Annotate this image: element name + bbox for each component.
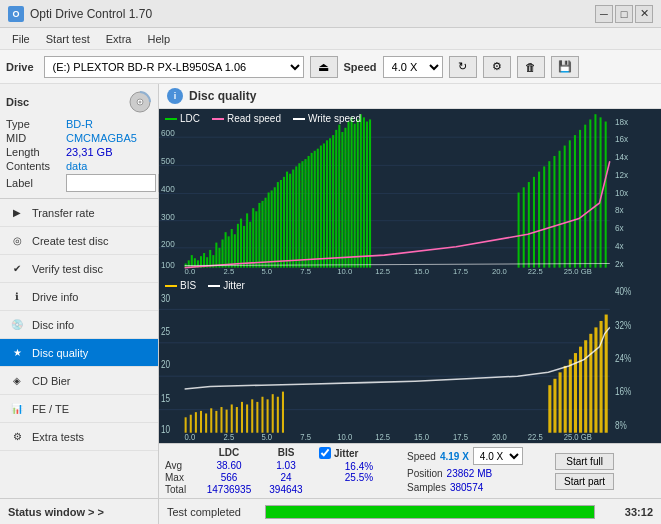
avg-label: Avg <box>165 460 197 471</box>
svg-text:200: 200 <box>161 240 175 249</box>
transfer-rate-icon: ▶ <box>8 204 26 222</box>
svg-rect-140 <box>241 402 243 433</box>
svg-text:16%: 16% <box>615 387 631 398</box>
avg-ldc-val: 38.60 <box>199 460 259 471</box>
jitter-max-val: 25.5% <box>319 472 399 483</box>
svg-rect-157 <box>589 334 592 433</box>
svg-text:7.5: 7.5 <box>300 267 311 276</box>
sidebar-item-create-test-disc[interactable]: ◎ Create test disc <box>0 227 158 255</box>
speed-stat-value: 4.19 X <box>440 451 469 462</box>
position-value: 23862 MB <box>447 468 493 479</box>
svg-rect-74 <box>338 125 340 268</box>
sidebar-item-drive-info[interactable]: ℹ Drive info <box>0 283 158 311</box>
menu-help[interactable]: Help <box>139 31 178 47</box>
disc-length-label: Length <box>6 146 66 158</box>
svg-rect-38 <box>228 236 230 267</box>
disc-quality-title: Disc quality <box>189 89 256 103</box>
svg-rect-153 <box>569 360 572 433</box>
svg-text:25: 25 <box>161 326 170 337</box>
sidebar-item-disc-info[interactable]: 💿 Disc info <box>0 311 158 339</box>
svg-rect-61 <box>298 163 300 267</box>
jitter-checkbox[interactable] <box>319 447 331 459</box>
svg-text:20.0: 20.0 <box>492 267 507 276</box>
svg-rect-54 <box>277 182 279 268</box>
svg-text:14x: 14x <box>615 153 629 162</box>
samples-row: Samples 380574 <box>407 482 547 493</box>
svg-rect-73 <box>335 130 337 268</box>
sidebar-item-label-cd-bier: CD Bier <box>32 375 71 387</box>
svg-rect-88 <box>533 177 535 268</box>
sidebar-item-disc-quality[interactable]: ★ Disc quality <box>0 339 158 367</box>
settings-button[interactable]: ⚙ <box>483 56 511 78</box>
start-part-button[interactable]: Start part <box>555 473 614 490</box>
speed-select[interactable]: 4.0 X <box>383 56 443 78</box>
avg-bis-val: 1.03 <box>261 460 311 471</box>
sidebar-item-extra-tests[interactable]: ⚙ Extra tests <box>0 423 158 451</box>
eject-button[interactable]: ⏏ <box>310 56 338 78</box>
svg-text:600: 600 <box>161 129 175 138</box>
minimize-button[interactable]: ─ <box>595 5 613 23</box>
svg-rect-95 <box>569 140 571 267</box>
svg-text:2x: 2x <box>615 260 625 269</box>
svg-rect-82 <box>363 117 365 267</box>
svg-rect-155 <box>579 347 582 433</box>
svg-rect-64 <box>308 156 310 268</box>
app-icon: O <box>8 6 24 22</box>
svg-rect-137 <box>226 410 228 433</box>
status-text: Test completed <box>167 506 257 518</box>
svg-text:100: 100 <box>161 261 175 270</box>
svg-rect-84 <box>369 119 371 267</box>
svg-rect-134 <box>210 408 212 432</box>
jitter-legend-item: Jitter <box>208 280 245 291</box>
position-row: Position 23862 MB <box>407 468 547 479</box>
start-full-button[interactable]: Start full <box>555 453 614 470</box>
disc-length-value: 23,31 GB <box>66 146 112 158</box>
progress-bar <box>265 505 595 519</box>
drive-select[interactable]: (E:) PLEXTOR BD-R PX-LB950SA 1.06 <box>44 56 304 78</box>
svg-text:30: 30 <box>161 293 170 304</box>
status-window-button[interactable]: Status window > > <box>0 498 158 524</box>
svg-rect-148 <box>282 392 284 433</box>
svg-text:0.0: 0.0 <box>185 267 196 276</box>
svg-text:7.5: 7.5 <box>300 432 311 443</box>
jitter-avg-val: 16.4% <box>319 461 399 472</box>
save-button[interactable]: 💾 <box>551 56 579 78</box>
menu-file[interactable]: File <box>4 31 38 47</box>
svg-rect-97 <box>579 130 581 268</box>
svg-rect-98 <box>584 125 586 268</box>
speed-stat-dropdown[interactable]: 4.0 X <box>473 447 523 465</box>
svg-text:10x: 10x <box>615 189 629 198</box>
speed-stat-label: Speed <box>407 451 436 462</box>
disc-panel-header: Disc <box>6 90 152 114</box>
close-button[interactable]: ✕ <box>635 5 653 23</box>
sidebar-item-verify-test-disc[interactable]: ✔ Verify test disc <box>0 255 158 283</box>
svg-rect-49 <box>261 201 263 268</box>
svg-text:24%: 24% <box>615 353 631 364</box>
disc-contents-row: Contents data <box>6 160 152 172</box>
svg-text:22.5: 22.5 <box>528 267 543 276</box>
refresh-button[interactable]: ↻ <box>449 56 477 78</box>
svg-rect-87 <box>528 182 530 268</box>
svg-rect-86 <box>523 187 525 267</box>
svg-text:17.5: 17.5 <box>453 267 468 276</box>
speed-position-stats: Speed 4.19 X 4.0 X Position 23862 MB Sam… <box>407 447 547 495</box>
disc-label-label: Label <box>6 177 66 189</box>
sidebar-item-label-transfer-rate: Transfer rate <box>32 207 95 219</box>
sidebar-item-cd-bier[interactable]: ◈ CD Bier <box>0 367 158 395</box>
svg-rect-99 <box>589 119 591 267</box>
menu-extra[interactable]: Extra <box>98 31 140 47</box>
sidebar-item-transfer-rate[interactable]: ▶ Transfer rate <box>0 199 158 227</box>
ldc-bis-stats: LDC BIS Avg 38.60 1.03 Max 566 24 Tota <box>165 447 311 495</box>
disc-label-input[interactable] <box>66 174 156 192</box>
svg-rect-41 <box>237 224 239 268</box>
maximize-button[interactable]: □ <box>615 5 633 23</box>
menu-start-test[interactable]: Start test <box>38 31 98 47</box>
erase-button[interactable]: 🗑 <box>517 56 545 78</box>
sidebar-item-fe-te[interactable]: 📊 FE / TE <box>0 395 158 423</box>
main-layout: Disc Type BD-R MID CMCMAGBA5 Length 23,3… <box>0 84 661 524</box>
svg-rect-96 <box>574 135 576 268</box>
svg-rect-50 <box>265 198 267 268</box>
svg-rect-150 <box>553 379 556 433</box>
svg-rect-68 <box>320 146 322 268</box>
svg-rect-139 <box>236 407 238 433</box>
